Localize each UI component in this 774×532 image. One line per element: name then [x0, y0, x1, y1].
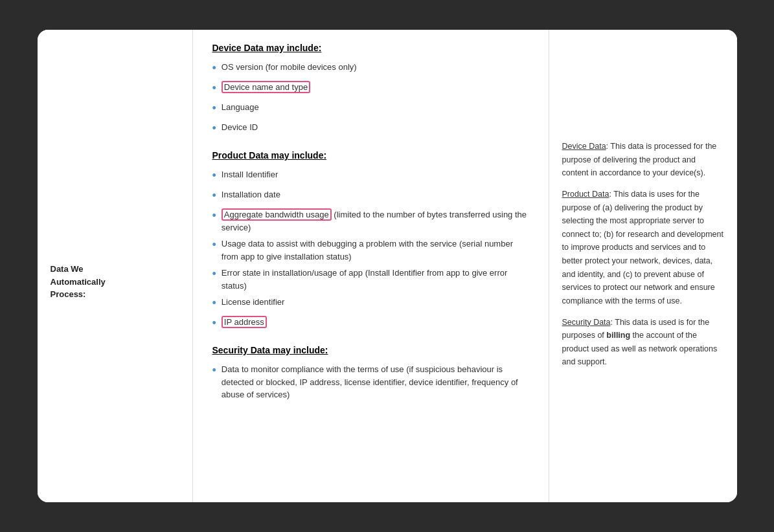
- left-label: Data We Automatically Process:: [51, 263, 179, 301]
- highlighted-text: IP address: [222, 316, 267, 328]
- security-data-term: Security Data: [562, 318, 611, 327]
- item-text: OS version (for mobile devices only): [222, 61, 357, 74]
- bullet-icon: •: [212, 362, 216, 379]
- device-data-description: Device Data: This data is processed for …: [562, 140, 724, 180]
- item-text: Usage data to assist with debugging a pr…: [222, 238, 529, 263]
- left-sidebar: Data We Automatically Process:: [38, 30, 193, 502]
- product-data-description: Product Data: This data is uses for the …: [562, 188, 724, 308]
- bullet-icon: •: [212, 187, 216, 205]
- product-data-term: Product Data: [562, 190, 609, 199]
- security-data-title: Security Data may include:: [212, 345, 529, 355]
- product-data-desc: : This data is uses for the purpose of (…: [562, 190, 723, 305]
- bullet-icon: •: [212, 60, 216, 77]
- device-data-list: • OS version (for mobile devices only) •…: [212, 61, 529, 137]
- list-item: • Usage data to assist with debugging a …: [212, 238, 529, 263]
- list-item: • Installation date: [212, 188, 529, 205]
- item-text: Error state in installation/usage of app…: [222, 267, 529, 292]
- list-item: • Error state in installation/usage of a…: [212, 267, 529, 292]
- list-item: • Install Identifier: [212, 168, 529, 184]
- security-data-list: • Data to monitor compliance with the te…: [212, 363, 529, 401]
- main-content: Device Data may include: • OS version (f…: [193, 30, 549, 502]
- item-text: Data to monitor compliance with the term…: [222, 363, 529, 401]
- list-item: • License identifier: [212, 296, 529, 312]
- product-data-title: Product Data may include:: [212, 150, 529, 161]
- item-text: Language: [222, 101, 259, 114]
- list-item: • Language: [212, 101, 529, 117]
- list-item: • OS version (for mobile devices only): [212, 61, 529, 77]
- content-area: Data We Automatically Process: Device Da…: [38, 30, 737, 502]
- list-item: • IP address: [212, 316, 529, 332]
- item-text: License identifier: [222, 296, 285, 309]
- highlighted-text: Device name and type: [222, 81, 310, 93]
- item-text: Installation date: [222, 188, 280, 201]
- item-text: Install Identifier: [222, 168, 278, 181]
- highlighted-text: Aggregate bandwidth usage: [222, 208, 332, 221]
- bullet-icon: •: [212, 80, 216, 97]
- list-item: • Device ID: [212, 121, 529, 137]
- right-sidebar: Device Data: This data is processed for …: [549, 30, 737, 502]
- list-item: • Aggregate bandwidth usage (limited to …: [212, 208, 529, 234]
- item-text: Aggregate bandwidth usage (limited to th…: [222, 208, 529, 234]
- bullet-icon: •: [212, 120, 216, 137]
- main-window: Data We Automatically Process: Device Da…: [38, 30, 737, 502]
- item-text: IP address: [222, 316, 267, 329]
- bullet-icon: •: [212, 265, 216, 283]
- bullet-icon: •: [212, 315, 216, 332]
- bullet-icon: •: [212, 100, 216, 117]
- item-text: Device name and type: [222, 81, 310, 94]
- bullet-icon: •: [212, 236, 216, 254]
- item-text: Device ID: [222, 121, 258, 134]
- product-data-list: • Install Identifier • Installation date…: [212, 168, 529, 332]
- bullet-icon: •: [212, 294, 216, 312]
- billing-bold: billing: [606, 331, 630, 340]
- list-item: • Device name and type: [212, 81, 529, 97]
- bullet-icon: •: [212, 167, 216, 184]
- device-data-title: Device Data may include:: [212, 43, 529, 53]
- list-item: • Data to monitor compliance with the te…: [212, 363, 529, 401]
- bullet-icon: •: [212, 207, 216, 225]
- device-data-term: Device Data: [562, 142, 606, 151]
- security-data-description: Security Data: This data is used is for …: [562, 316, 724, 370]
